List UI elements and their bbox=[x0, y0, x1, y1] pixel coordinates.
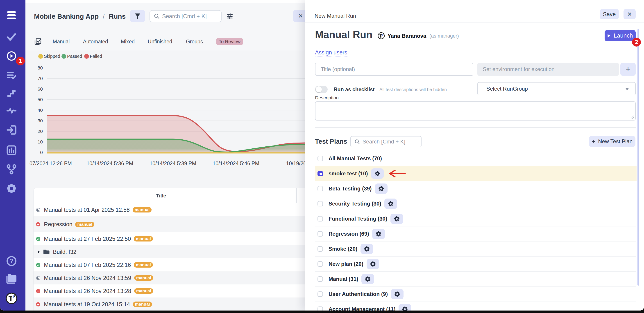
svg-text:?: ? bbox=[10, 258, 14, 264]
